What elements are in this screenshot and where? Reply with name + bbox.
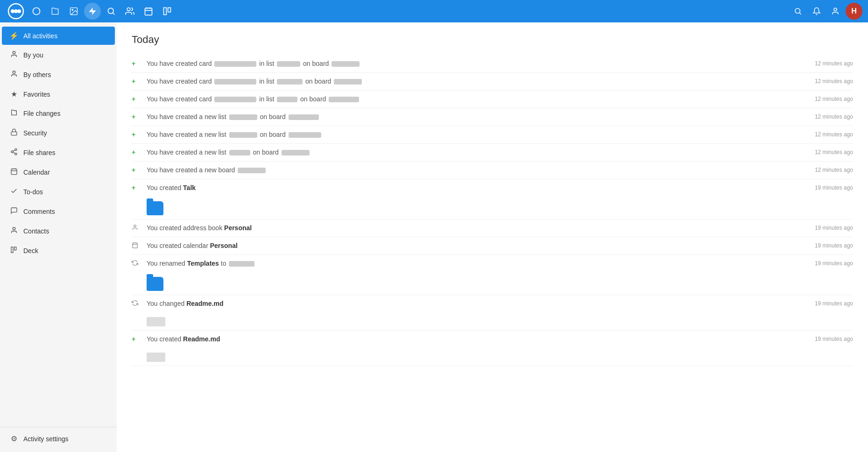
calendar-sidebar-icon [9, 168, 19, 177]
activity-time: 19 minutes ago [797, 299, 853, 307]
activity-time: 12 minutes ago [797, 59, 853, 67]
activity-icon-plus: + [132, 130, 141, 138]
sidebar-item-activity-settings[interactable]: ⚙ Activity settings [2, 430, 115, 448]
sidebar-settings-label: Activity settings [23, 435, 68, 443]
settings-icon: ⚙ [9, 434, 19, 443]
sidebar-item-favorites[interactable]: ★ Favorites [2, 85, 115, 103]
todos-icon [9, 187, 19, 197]
bold-text: Readme.md [183, 335, 220, 343]
deck-nav-icon[interactable] [159, 3, 176, 20]
user-top-button[interactable] [827, 3, 844, 20]
svg-point-2 [14, 9, 18, 13]
activity-item: + You have created a new list on board 1… [132, 108, 853, 126]
activity-text: You have created a new list on board [147, 148, 791, 157]
activity-item: + You created Readme.md 19 minutes ago [132, 331, 853, 366]
svg-point-8 [127, 8, 130, 11]
activity-icon-plus: + [132, 334, 141, 343]
sidebar-item-label: Favorites [23, 91, 50, 98]
main-content: Today + You have created card in list on… [117, 22, 868, 452]
file-changes-icon [9, 109, 19, 118]
redacted-text [214, 97, 256, 102]
svg-rect-31 [14, 247, 16, 250]
sidebar: ⚡ All activities By you By others ★ Favo… [0, 22, 117, 452]
activity-icon-plus: + [132, 94, 141, 103]
sidebar-spacer [0, 261, 117, 423]
redacted-text [238, 168, 266, 173]
activity-item: You created address book Personal 19 min… [132, 219, 853, 237]
activity-icon-sync [132, 259, 141, 268]
redacted-text [277, 79, 303, 85]
activity-item: You created calendar Personal 19 minutes… [132, 237, 853, 255]
svg-rect-19 [11, 132, 17, 135]
bold-text: Personal [224, 224, 252, 232]
sidebar-item-file-changes[interactable]: File changes [2, 104, 115, 123]
sidebar-item-label: Security [23, 129, 47, 137]
activity-icon-calendar [132, 241, 141, 250]
photos-nav-icon[interactable] [65, 3, 82, 20]
sidebar-item-deck[interactable]: Deck [2, 241, 115, 260]
activity-text: You created calendar Personal [147, 241, 791, 251]
by-others-icon [9, 70, 19, 79]
search-nav-icon[interactable] [103, 3, 120, 20]
sidebar-item-all-activities[interactable]: ⚡ All activities [2, 27, 115, 45]
activity-time: 12 minutes ago [797, 148, 853, 155]
notifications-button[interactable] [808, 3, 825, 20]
activity-item: + You have created a new list on board 1… [132, 144, 853, 162]
sidebar-item-label: Calendar [23, 169, 50, 176]
sidebar-item-contacts[interactable]: Contacts [2, 222, 115, 240]
svg-point-32 [134, 225, 136, 227]
redacted-text [229, 114, 257, 120]
sidebar-item-label: Comments [23, 208, 55, 215]
activity-text: You created address book Personal [147, 223, 791, 233]
app-layout: ⚡ All activities By you By others ★ Favo… [0, 22, 868, 452]
activity-text: You created Readme.md [147, 334, 791, 344]
activity-time: 19 minutes ago [797, 259, 853, 267]
files-nav-icon[interactable] [47, 3, 64, 20]
calendar-nav-icon[interactable] [140, 3, 157, 20]
sidebar-item-label: File changes [23, 110, 60, 117]
svg-point-7 [108, 8, 113, 14]
file-shares-icon [9, 148, 19, 157]
activity-time: 12 minutes ago [797, 112, 853, 120]
activity-nav-icon[interactable] [84, 3, 101, 20]
svg-point-4 [33, 8, 40, 15]
activity-text: You have created card in list on board [147, 94, 791, 104]
svg-line-23 [13, 152, 15, 154]
activity-time: 12 minutes ago [797, 165, 853, 173]
sidebar-item-file-shares[interactable]: File shares [2, 143, 115, 162]
people-nav-icon[interactable] [121, 3, 138, 20]
bold-text: Templates [187, 260, 219, 267]
bold-text: Readme.md [186, 300, 223, 307]
sidebar-item-by-you[interactable]: By you [2, 46, 115, 64]
svg-line-24 [13, 150, 15, 151]
search-top-button[interactable] [790, 3, 806, 20]
activity-text: You have created card in list on board [147, 77, 791, 86]
activity-item: + You have created card in list on board… [132, 91, 853, 108]
sidebar-item-calendar[interactable]: Calendar [2, 163, 115, 182]
bold-text: Talk [183, 184, 196, 191]
activity-text: You have created a new board [147, 165, 791, 175]
sidebar-item-comments[interactable]: Comments [2, 202, 115, 221]
user-avatar[interactable]: H [846, 3, 862, 20]
redacted-text [334, 79, 362, 85]
home-nav-icon[interactable] [28, 3, 45, 20]
svg-point-20 [15, 148, 17, 150]
topnav: H [0, 0, 868, 22]
contacts-sidebar-icon [9, 226, 19, 236]
activity-item: + You have created card in list on board… [132, 73, 853, 91]
sidebar-item-label: By you [23, 51, 43, 59]
svg-point-16 [834, 8, 837, 11]
file-thumbnail [147, 353, 165, 362]
by-you-icon [9, 50, 19, 60]
svg-point-6 [72, 9, 73, 10]
sidebar-item-todos[interactable]: To-dos [2, 183, 115, 201]
sidebar-item-security[interactable]: Security [2, 124, 115, 142]
activity-icon-contacts [132, 223, 141, 232]
redacted-text [214, 61, 256, 67]
activity-icon-plus: + [132, 77, 141, 85]
nextcloud-logo[interactable] [6, 1, 26, 21]
sidebar-item-label: By others [23, 71, 51, 78]
sidebar-item-by-others[interactable]: By others [2, 65, 115, 84]
activity-text: You created Talk [147, 183, 791, 193]
topnav-right: H [790, 3, 862, 20]
